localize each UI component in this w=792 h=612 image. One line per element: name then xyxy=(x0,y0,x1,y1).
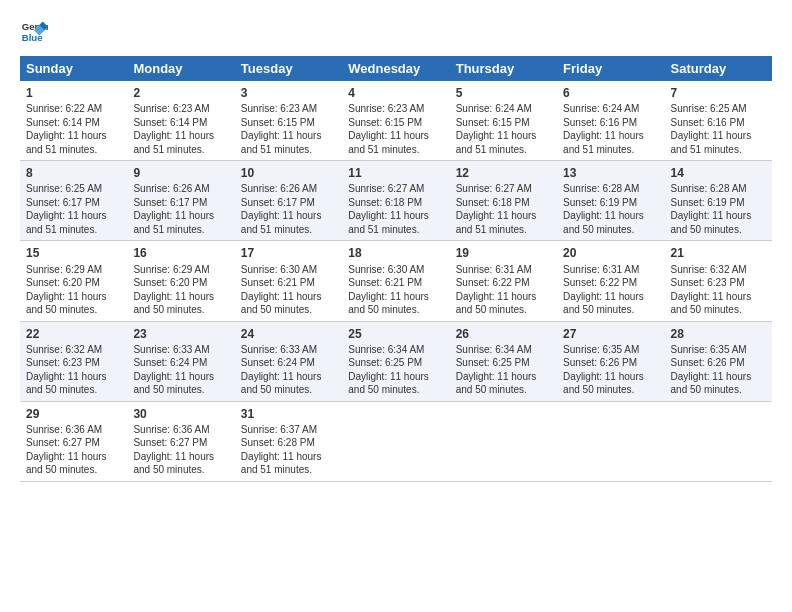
day-number: 8 xyxy=(26,165,121,181)
day-info: and 51 minutes. xyxy=(241,223,336,237)
day-header-saturday: Saturday xyxy=(665,56,772,81)
day-info: Sunset: 6:17 PM xyxy=(133,196,228,210)
day-info: Sunset: 6:27 PM xyxy=(133,436,228,450)
day-info: and 51 minutes. xyxy=(456,143,551,157)
day-header-tuesday: Tuesday xyxy=(235,56,342,81)
day-info: Daylight: 11 hours xyxy=(563,290,658,304)
day-info: Sunset: 6:17 PM xyxy=(26,196,121,210)
day-info: Daylight: 11 hours xyxy=(456,129,551,143)
calendar-cell: 9Sunrise: 6:26 AMSunset: 6:17 PMDaylight… xyxy=(127,161,234,241)
day-info: and 51 minutes. xyxy=(348,143,443,157)
calendar-cell: 2Sunrise: 6:23 AMSunset: 6:14 PMDaylight… xyxy=(127,81,234,161)
day-info: Sunrise: 6:36 AM xyxy=(133,423,228,437)
day-info: Sunrise: 6:35 AM xyxy=(563,343,658,357)
day-info: Sunrise: 6:23 AM xyxy=(241,102,336,116)
day-info: Sunset: 6:15 PM xyxy=(348,116,443,130)
day-info: Sunset: 6:26 PM xyxy=(671,356,766,370)
day-header-monday: Monday xyxy=(127,56,234,81)
calendar-cell: 4Sunrise: 6:23 AMSunset: 6:15 PMDaylight… xyxy=(342,81,449,161)
day-number: 31 xyxy=(241,406,336,422)
day-info: Sunset: 6:21 PM xyxy=(241,276,336,290)
day-number: 15 xyxy=(26,245,121,261)
calendar-cell: 3Sunrise: 6:23 AMSunset: 6:15 PMDaylight… xyxy=(235,81,342,161)
day-number: 20 xyxy=(563,245,658,261)
day-info: Daylight: 11 hours xyxy=(133,129,228,143)
day-header-wednesday: Wednesday xyxy=(342,56,449,81)
calendar-cell xyxy=(450,401,557,481)
day-info: Sunrise: 6:23 AM xyxy=(133,102,228,116)
day-header-thursday: Thursday xyxy=(450,56,557,81)
day-number: 25 xyxy=(348,326,443,342)
week-row-1: 1Sunrise: 6:22 AMSunset: 6:14 PMDaylight… xyxy=(20,81,772,161)
day-info: Sunset: 6:24 PM xyxy=(241,356,336,370)
day-info: and 51 minutes. xyxy=(133,143,228,157)
day-info: Sunrise: 6:25 AM xyxy=(671,102,766,116)
day-info: Daylight: 11 hours xyxy=(26,290,121,304)
day-number: 12 xyxy=(456,165,551,181)
day-number: 17 xyxy=(241,245,336,261)
day-number: 11 xyxy=(348,165,443,181)
day-info: Sunset: 6:15 PM xyxy=(241,116,336,130)
day-info: Daylight: 11 hours xyxy=(456,209,551,223)
day-info: Sunset: 6:16 PM xyxy=(563,116,658,130)
calendar-cell: 14Sunrise: 6:28 AMSunset: 6:19 PMDayligh… xyxy=(665,161,772,241)
page: General Blue SundayMondayTuesdayWednesda… xyxy=(0,0,792,612)
day-info: Sunset: 6:14 PM xyxy=(133,116,228,130)
calendar-cell: 25Sunrise: 6:34 AMSunset: 6:25 PMDayligh… xyxy=(342,321,449,401)
calendar-cell: 5Sunrise: 6:24 AMSunset: 6:15 PMDaylight… xyxy=(450,81,557,161)
day-number: 29 xyxy=(26,406,121,422)
day-info: Daylight: 11 hours xyxy=(26,129,121,143)
day-info: Sunset: 6:26 PM xyxy=(563,356,658,370)
day-info: Sunrise: 6:24 AM xyxy=(563,102,658,116)
calendar-cell xyxy=(342,401,449,481)
day-info: and 50 minutes. xyxy=(456,303,551,317)
day-info: Sunrise: 6:29 AM xyxy=(26,263,121,277)
day-info: Daylight: 11 hours xyxy=(241,450,336,464)
day-info: Sunrise: 6:25 AM xyxy=(26,182,121,196)
day-number: 30 xyxy=(133,406,228,422)
calendar-cell: 26Sunrise: 6:34 AMSunset: 6:25 PMDayligh… xyxy=(450,321,557,401)
day-info: and 50 minutes. xyxy=(133,303,228,317)
day-info: Sunset: 6:23 PM xyxy=(671,276,766,290)
day-info: Sunrise: 6:26 AM xyxy=(133,182,228,196)
day-info: Sunset: 6:14 PM xyxy=(26,116,121,130)
day-info: Sunrise: 6:24 AM xyxy=(456,102,551,116)
day-info: Daylight: 11 hours xyxy=(671,209,766,223)
day-info: and 50 minutes. xyxy=(241,303,336,317)
day-info: Sunrise: 6:33 AM xyxy=(133,343,228,357)
day-info: and 50 minutes. xyxy=(671,303,766,317)
day-info: Daylight: 11 hours xyxy=(563,370,658,384)
day-info: Daylight: 11 hours xyxy=(26,450,121,464)
day-info: Daylight: 11 hours xyxy=(348,290,443,304)
day-info: and 50 minutes. xyxy=(456,383,551,397)
day-header-sunday: Sunday xyxy=(20,56,127,81)
day-info: Sunrise: 6:34 AM xyxy=(456,343,551,357)
day-info: and 51 minutes. xyxy=(671,143,766,157)
day-info: Daylight: 11 hours xyxy=(241,290,336,304)
day-number: 3 xyxy=(241,85,336,101)
calendar-cell: 27Sunrise: 6:35 AMSunset: 6:26 PMDayligh… xyxy=(557,321,664,401)
day-info: Sunset: 6:25 PM xyxy=(348,356,443,370)
day-info: and 51 minutes. xyxy=(241,143,336,157)
calendar-cell: 13Sunrise: 6:28 AMSunset: 6:19 PMDayligh… xyxy=(557,161,664,241)
day-info: Sunrise: 6:27 AM xyxy=(348,182,443,196)
calendar-cell: 23Sunrise: 6:33 AMSunset: 6:24 PMDayligh… xyxy=(127,321,234,401)
day-info: Daylight: 11 hours xyxy=(563,129,658,143)
day-info: and 51 minutes. xyxy=(241,463,336,477)
day-info: Sunset: 6:28 PM xyxy=(241,436,336,450)
calendar-cell: 15Sunrise: 6:29 AMSunset: 6:20 PMDayligh… xyxy=(20,241,127,321)
day-info: and 50 minutes. xyxy=(563,383,658,397)
day-info: Daylight: 11 hours xyxy=(671,370,766,384)
day-number: 9 xyxy=(133,165,228,181)
day-number: 19 xyxy=(456,245,551,261)
day-info: and 50 minutes. xyxy=(563,303,658,317)
day-number: 13 xyxy=(563,165,658,181)
day-info: Sunrise: 6:30 AM xyxy=(241,263,336,277)
day-info: Daylight: 11 hours xyxy=(26,370,121,384)
day-info: and 51 minutes. xyxy=(133,223,228,237)
day-info: and 50 minutes. xyxy=(26,383,121,397)
calendar-cell: 29Sunrise: 6:36 AMSunset: 6:27 PMDayligh… xyxy=(20,401,127,481)
day-info: Sunrise: 6:28 AM xyxy=(671,182,766,196)
day-info: Sunset: 6:27 PM xyxy=(26,436,121,450)
day-info: Sunrise: 6:32 AM xyxy=(26,343,121,357)
